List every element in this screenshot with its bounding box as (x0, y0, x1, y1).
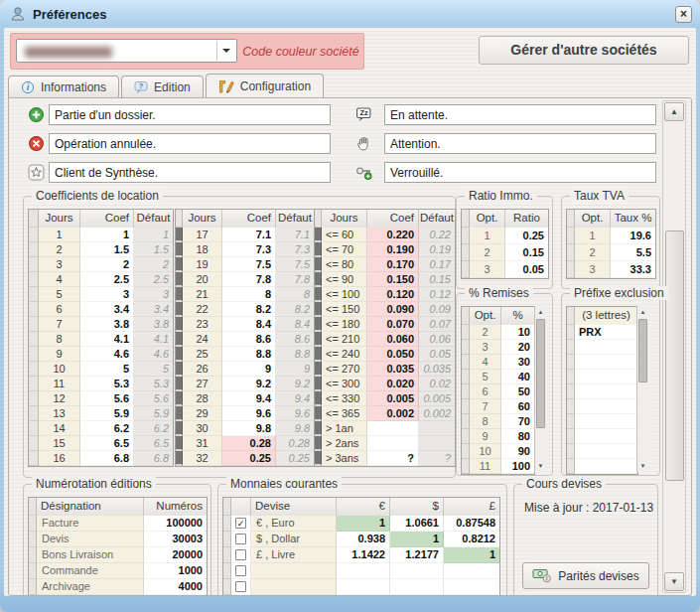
checkbox[interactable] (235, 581, 246, 592)
row-selector[interactable] (176, 362, 183, 377)
pct-cell[interactable]: 60 (501, 399, 534, 414)
row-selector[interactable] (567, 261, 575, 278)
scroll-up-icon[interactable]: ▲ (535, 306, 546, 318)
row-selector[interactable] (315, 421, 322, 436)
prefix-cell[interactable]: PRX (575, 325, 637, 340)
flag-synthese-field[interactable] (49, 162, 331, 183)
coef-cell[interactable]: 5.3 (80, 377, 134, 391)
rate-cell[interactable]: 0.938 (337, 532, 390, 547)
coef-cell[interactable]: 0.190 (367, 242, 419, 257)
row-selector[interactable] (315, 287, 322, 302)
coef-cell[interactable]: ? (367, 451, 419, 466)
tab-informations[interactable]: i Informations (8, 76, 119, 97)
row-selector[interactable] (462, 325, 470, 340)
row-selector[interactable] (315, 406, 322, 421)
row-selector[interactable] (567, 244, 575, 261)
pct-cell[interactable]: 10 (501, 325, 534, 340)
ratio-cell[interactable]: 0.25 (505, 228, 548, 244)
coef-cell[interactable]: 0.090 (367, 302, 419, 317)
row-selector[interactable] (462, 399, 470, 414)
coef-cell[interactable]: 5.6 (80, 391, 134, 406)
row-selector[interactable] (462, 444, 470, 459)
coef-cell[interactable]: 0.005 (367, 391, 419, 406)
flag-attente-field[interactable] (384, 104, 656, 125)
numero-cell[interactable]: 4000 (144, 579, 207, 595)
prefixe-scrollbar[interactable]: ▲ ▼ (636, 306, 648, 472)
row-selector[interactable] (315, 391, 322, 406)
row-selector[interactable] (176, 391, 183, 406)
row-selector[interactable] (29, 436, 39, 451)
ratio-cell[interactable]: 0.05 (505, 261, 548, 278)
coef-cell[interactable]: 0.150 (367, 272, 419, 287)
row-selector[interactable] (462, 384, 470, 399)
row-selector[interactable] (29, 516, 37, 532)
coef-cell[interactable]: 8.6 (222, 332, 276, 347)
coef-cell[interactable]: 0.28 (222, 436, 276, 451)
row-selector[interactable] (29, 406, 39, 421)
flag-attention-field[interactable] (384, 133, 656, 154)
rate-cell[interactable] (444, 563, 499, 579)
currency-checkbox-cell[interactable] (231, 563, 251, 579)
parites-devises-button[interactable]: Parités devises (522, 562, 649, 589)
coef-cell[interactable]: 9.8 (222, 421, 276, 436)
checkbox[interactable] (235, 549, 246, 560)
coef-cell[interactable]: 4.1 (80, 332, 134, 347)
row-selector[interactable] (315, 317, 322, 332)
tab-edition[interactable]: ? Edition (121, 76, 204, 97)
prefix-cell[interactable] (575, 444, 637, 459)
scrollbar-thumb[interactable] (665, 230, 684, 481)
row-selector[interactable] (29, 332, 39, 347)
row-selector[interactable] (29, 377, 39, 391)
checkbox[interactable] (235, 534, 246, 544)
row-selector[interactable] (176, 406, 183, 421)
row-selector[interactable] (567, 340, 575, 355)
coef-cell[interactable] (367, 436, 419, 451)
coef-cell[interactable]: 8.8 (222, 347, 276, 362)
coef-cell[interactable]: 3 (80, 287, 134, 302)
row-selector[interactable] (567, 325, 575, 340)
currency-checkbox-cell[interactable] (231, 532, 251, 547)
row-selector[interactable] (176, 436, 183, 451)
page-scrollbar[interactable]: ▲ ▼ (662, 100, 686, 593)
row-selector[interactable] (567, 414, 575, 429)
row-selector[interactable] (223, 532, 231, 547)
row-selector[interactable] (567, 355, 575, 370)
coef-cell[interactable]: 0.120 (367, 287, 419, 302)
row-selector[interactable] (315, 451, 322, 466)
prefix-cell[interactable] (575, 414, 637, 429)
row-selector[interactable] (29, 347, 39, 362)
row-selector[interactable] (315, 242, 322, 257)
flag-annulee-field[interactable] (49, 133, 331, 154)
scroll-up-icon[interactable]: ▲ (664, 102, 684, 121)
pct-cell[interactable]: 100 (501, 459, 534, 474)
coef-cell[interactable]: 0.170 (367, 257, 419, 272)
tab-configuration[interactable]: Configuration (206, 74, 324, 97)
manage-companies-button[interactable]: Gérer d'autre sociétés (479, 36, 689, 65)
coef-cell[interactable]: 5.9 (80, 406, 134, 421)
checkbox[interactable]: ✓ (235, 518, 246, 529)
rate-cell[interactable]: 1.1422 (337, 547, 390, 563)
row-selector[interactable] (223, 547, 231, 563)
currency-checkbox-cell[interactable] (231, 547, 251, 563)
row-selector[interactable] (176, 317, 183, 332)
coef-cell[interactable]: 8.4 (222, 317, 276, 332)
scroll-up-icon[interactable]: ▲ (637, 306, 648, 318)
row-selector[interactable] (315, 377, 322, 391)
pct-cell[interactable]: 90 (501, 444, 534, 459)
checkbox[interactable] (235, 565, 246, 576)
coef-cell[interactable]: 0.035 (367, 362, 419, 377)
row-selector[interactable] (29, 287, 39, 302)
row-selector[interactable] (567, 384, 575, 399)
pct-cell[interactable]: 40 (501, 370, 534, 384)
row-selector[interactable] (176, 287, 183, 302)
coef-cell[interactable] (367, 421, 419, 436)
row-selector[interactable] (176, 332, 183, 347)
prefix-cell[interactable] (575, 355, 637, 370)
row-selector[interactable] (567, 370, 575, 384)
scroll-down-icon[interactable]: ▼ (664, 572, 684, 591)
row-selector[interactable] (223, 516, 231, 532)
row-selector[interactable] (462, 244, 470, 261)
row-selector[interactable] (29, 302, 39, 317)
row-selector[interactable] (223, 579, 231, 595)
row-selector[interactable] (567, 228, 575, 244)
